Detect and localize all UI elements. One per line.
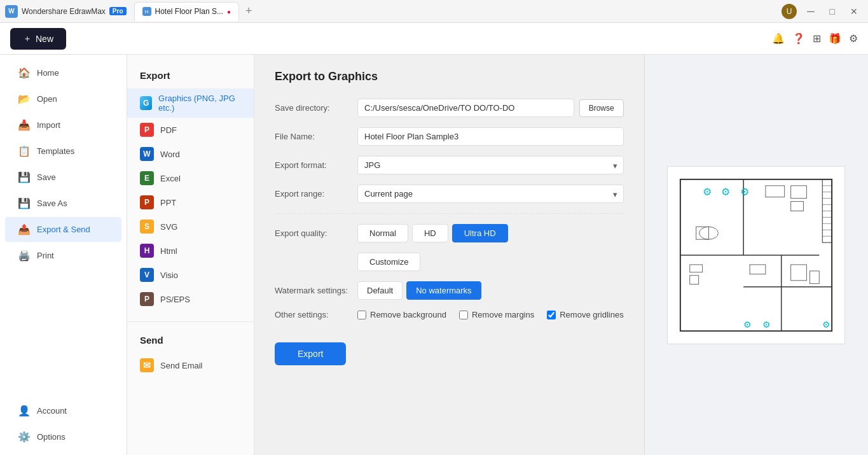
remove-gridlines-option[interactable]: Remove gridlines — [547, 310, 623, 319]
active-tab[interactable]: H Hotel Floor Plan S... ● — [134, 2, 239, 21]
svg-text:⚙: ⚙ — [823, 319, 831, 330]
sidebar-item-import[interactable]: 📥 Import — [5, 113, 121, 137]
remove-margins-option[interactable]: Remove margins — [459, 310, 534, 319]
watermark-default-button[interactable]: Default — [357, 281, 403, 300]
svg-text:⚙: ⚙ — [741, 186, 750, 197]
print-icon: 🖨️ — [18, 249, 31, 262]
send-email-label: Send Email — [160, 361, 202, 370]
export-left-panel: Export G Graphics (PNG, JPG etc.) P PDF … — [127, 55, 254, 455]
sidebar-label-save-as: Save As — [37, 199, 67, 208]
open-icon: 📂 — [18, 93, 31, 105]
watermark-label: Watermark settings: — [275, 286, 357, 295]
settings-icon[interactable]: ⚙ — [849, 32, 858, 45]
file-name-label: File Name: — [275, 132, 357, 141]
notification-icon[interactable]: 🔔 — [772, 32, 785, 45]
eps-label: PS/EPS — [160, 295, 190, 304]
save-icon: 💾 — [18, 171, 31, 183]
export-format-graphics[interactable]: G Graphics (PNG, JPG etc.) — [127, 88, 254, 118]
remove-background-label: Remove background — [370, 310, 446, 319]
sidebar-label-templates: Templates — [37, 146, 74, 156]
quality-hd-button[interactable]: HD — [412, 224, 448, 242]
export-content: Export G Graphics (PNG, JPG etc.) P PDF … — [127, 55, 644, 455]
close-button[interactable]: ✕ — [845, 5, 863, 18]
visio-label: Visio — [160, 270, 178, 280]
sidebar-label-open: Open — [37, 94, 57, 104]
sidebar-item-account[interactable]: 👤 Account — [5, 398, 121, 423]
remove-gridlines-checkbox[interactable] — [547, 311, 556, 319]
maximize-button[interactable]: □ — [825, 5, 840, 18]
watermark-group: Default No watermarks — [357, 281, 481, 300]
export-format-svg[interactable]: S SVG — [127, 214, 254, 239]
export-section-title: Export — [127, 65, 254, 88]
svg-rect-13 — [690, 264, 703, 272]
export-format-pdf[interactable]: P PDF — [127, 118, 254, 142]
html-label: Html — [160, 246, 177, 256]
svg-rect-10 — [791, 201, 804, 211]
sidebar-item-options[interactable]: ⚙️ Options — [5, 424, 121, 449]
sidebar-item-templates[interactable]: 📋 Templates — [5, 139, 121, 164]
save-directory-control: Browse — [357, 99, 624, 117]
browse-button[interactable]: Browse — [579, 99, 624, 117]
sidebar-item-open[interactable]: 📂 Open — [5, 87, 121, 111]
sidebar-label-save: Save — [37, 172, 56, 182]
export-format-excel[interactable]: E Excel — [127, 166, 254, 190]
minimize-button[interactable]: ─ — [802, 4, 819, 18]
sidebar-item-print[interactable]: 🖨️ Print — [5, 243, 121, 268]
export-quality-label: Export quality: — [275, 228, 357, 238]
export-format-ppt[interactable]: P PPT — [127, 190, 254, 214]
options-icon: ⚙️ — [18, 431, 31, 443]
export-format-select[interactable]: JPG PNG BMP SVG — [357, 156, 624, 174]
help-icon[interactable]: ❓ — [792, 32, 805, 45]
sidebar-label-home: Home — [37, 68, 59, 78]
new-button[interactable]: ＋ New — [10, 28, 66, 50]
sidebar-label-account: Account — [37, 406, 67, 416]
svg-rect-8 — [766, 185, 785, 197]
save-directory-input[interactable] — [357, 99, 574, 117]
quality-ultrahd-button[interactable]: Ultra HD — [452, 224, 508, 242]
sidebar-label-import: Import — [37, 120, 60, 130]
export-format-eps[interactable]: P PS/EPS — [127, 287, 254, 311]
svg-label: SVG — [160, 222, 177, 232]
export-range-select[interactable]: Current page All pages Custom — [357, 185, 624, 203]
sidebar-label-export: Export & Send — [37, 225, 90, 234]
export-button[interactable]: Export — [275, 342, 346, 365]
export-range-row: Export range: Current page All pages Cus… — [275, 185, 624, 203]
excel-label: Excel — [160, 174, 181, 183]
avatar: U — [782, 4, 797, 19]
home-icon: 🏠 — [18, 67, 31, 79]
sidebar-item-home[interactable]: 🏠 Home — [5, 60, 121, 85]
sidebar-label-print: Print — [37, 251, 54, 260]
watermark-none-button[interactable]: No watermarks — [406, 281, 481, 300]
grid-icon[interactable]: ⊞ — [813, 32, 821, 45]
pro-badge: Pro — [109, 7, 127, 15]
customize-button[interactable]: Customize — [357, 253, 420, 271]
svg-rect-14 — [690, 275, 699, 284]
sidebar-item-save-as[interactable]: 💾 Save As — [5, 191, 121, 216]
export-format-row: Export format: JPG PNG BMP SVG — [275, 156, 624, 174]
gift-icon[interactable]: 🎁 — [829, 32, 841, 45]
file-name-control — [357, 127, 624, 146]
export-quality-row: Export quality: Normal HD Ultra HD Custo… — [275, 224, 624, 271]
remove-background-option[interactable]: Remove background — [357, 310, 446, 319]
svg-text:⚙: ⚙ — [722, 186, 731, 197]
send-email-item[interactable]: ✉ Send Email — [127, 353, 254, 377]
quality-normal-button[interactable]: Normal — [357, 224, 408, 242]
email-icon: ✉ — [140, 358, 154, 372]
export-format-word[interactable]: W Word — [127, 142, 254, 166]
new-tab-button[interactable]: + — [242, 4, 256, 18]
export-format-visio[interactable]: V Visio — [127, 263, 254, 287]
quality-group: Normal HD Ultra HD — [357, 224, 508, 242]
remove-margins-checkbox[interactable] — [459, 311, 468, 319]
save-directory-label: Save directory: — [275, 103, 357, 113]
tab-dirty-indicator: ● — [227, 8, 231, 15]
sidebar-item-export[interactable]: 📤 Export & Send — [5, 217, 121, 242]
file-name-input[interactable] — [357, 127, 624, 146]
graphics-label: Graphics (PNG, JPG etc.) — [158, 94, 241, 113]
visio-icon: V — [140, 268, 154, 282]
export-form-title: Export to Graphics — [275, 70, 624, 83]
remove-background-checkbox[interactable] — [357, 311, 366, 319]
sidebar-item-save[interactable]: 💾 Save — [5, 165, 121, 190]
export-format-html[interactable]: H Html — [127, 239, 254, 263]
other-settings-label: Other settings: — [275, 310, 357, 319]
eps-icon: P — [140, 292, 154, 306]
